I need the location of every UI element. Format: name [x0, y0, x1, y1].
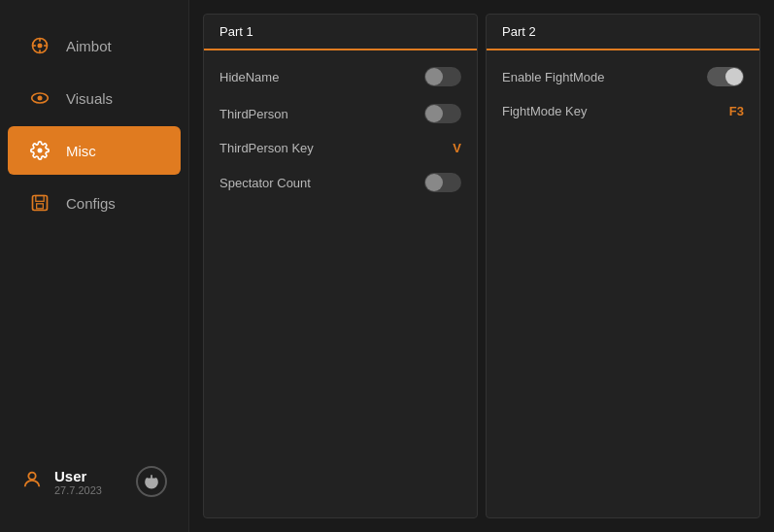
- setting-third-person-key: ThirdPerson Key V: [204, 132, 477, 164]
- hide-name-toggle[interactable]: [424, 67, 461, 86]
- gear-icon: [29, 140, 50, 161]
- setting-label: ThirdPerson Key: [219, 141, 314, 155]
- main-content: Part 1 HideName ThirdPerson ThirdPerson …: [189, 0, 774, 532]
- setting-spectator-count: Spectator Count: [204, 164, 477, 201]
- svg-point-7: [38, 96, 43, 101]
- sidebar-item-label: Misc: [66, 143, 96, 159]
- setting-third-person: ThirdPerson: [204, 95, 477, 132]
- svg-point-8: [38, 149, 43, 153]
- setting-label: HideName: [219, 70, 279, 84]
- panel-part2: Part 2 Enable FightMode FightMode Key F3: [486, 14, 760, 518]
- third-person-key-value[interactable]: V: [453, 141, 461, 155]
- svg-rect-11: [37, 204, 44, 209]
- setting-hide-name: HideName: [204, 58, 477, 95]
- setting-label: Spectator Count: [219, 176, 311, 190]
- setting-label: ThirdPerson: [219, 107, 288, 121]
- crosshair-icon: [29, 35, 50, 56]
- user-date: 27.7.2023: [54, 484, 102, 496]
- sidebar-item-visuals[interactable]: Visuals: [8, 74, 181, 122]
- svg-rect-10: [36, 196, 44, 202]
- svg-point-12: [28, 473, 35, 480]
- user-name: User: [54, 468, 102, 484]
- sidebar-bottom: User 27.7.2023: [0, 450, 188, 513]
- sidebar: Aimbot Visuals Misc Configs: [0, 0, 189, 532]
- user-icon: [21, 469, 43, 494]
- user-info: User 27.7.2023: [54, 468, 102, 496]
- panel-part2-title: Part 2: [487, 15, 759, 50]
- power-button[interactable]: [136, 466, 167, 497]
- panel-part1-body: HideName ThirdPerson ThirdPerson Key V S…: [204, 50, 477, 517]
- setting-label: FightMode Key: [502, 104, 587, 118]
- sidebar-item-label: Configs: [66, 195, 116, 212]
- setting-enable-fightmode: Enable FightMode: [487, 58, 759, 95]
- floppy-icon: [29, 192, 50, 214]
- eye-icon: [29, 87, 50, 109]
- toggle-knob: [425, 105, 443, 122]
- spectator-count-toggle[interactable]: [424, 173, 461, 192]
- svg-point-1: [38, 44, 43, 49]
- sidebar-item-configs[interactable]: Configs: [8, 179, 181, 227]
- panel-part2-body: Enable FightMode FightMode Key F3: [487, 50, 759, 517]
- panel-part1: Part 1 HideName ThirdPerson ThirdPerson …: [203, 14, 478, 518]
- toggle-knob: [725, 68, 743, 85]
- sidebar-item-label: Visuals: [66, 90, 113, 107]
- fightmode-key-value[interactable]: F3: [729, 104, 744, 118]
- sidebar-item-misc[interactable]: Misc: [8, 126, 181, 175]
- toggle-knob: [425, 174, 443, 191]
- setting-fightmode-key: FightMode Key F3: [487, 95, 759, 127]
- enable-fightmode-toggle[interactable]: [707, 67, 744, 86]
- third-person-toggle[interactable]: [424, 104, 461, 123]
- sidebar-item-label: Aimbot: [66, 38, 112, 54]
- toggle-knob: [425, 68, 443, 85]
- setting-label: Enable FightMode: [502, 70, 605, 84]
- sidebar-item-aimbot[interactable]: Aimbot: [8, 21, 181, 70]
- panel-part1-title: Part 1: [204, 15, 477, 50]
